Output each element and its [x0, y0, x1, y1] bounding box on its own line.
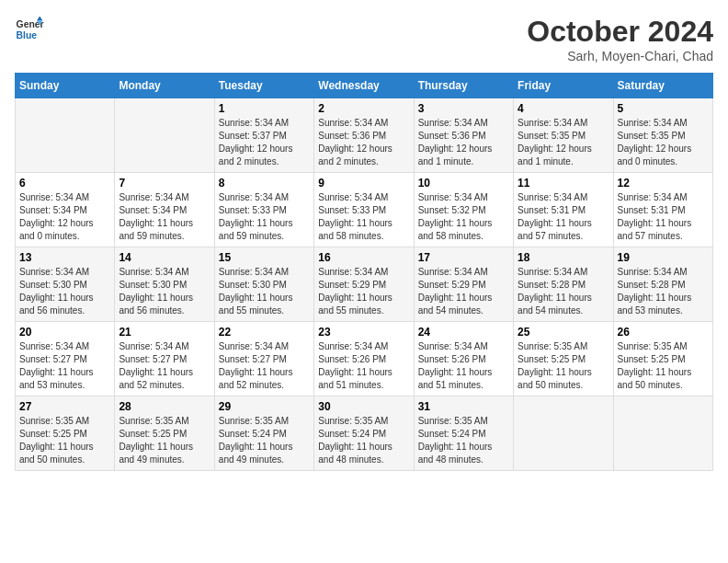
- day-info: Sunrise: 5:34 AM Sunset: 5:33 PM Dayligh…: [318, 191, 409, 243]
- day-number: 23: [318, 326, 409, 339]
- week-row-3: 13Sunrise: 5:34 AM Sunset: 5:30 PM Dayli…: [16, 247, 713, 322]
- day-cell: 15Sunrise: 5:34 AM Sunset: 5:30 PM Dayli…: [214, 247, 313, 322]
- header-row: SundayMondayTuesdayWednesdayThursdayFrid…: [16, 74, 713, 98]
- day-cell: 12Sunrise: 5:34 AM Sunset: 5:31 PM Dayli…: [613, 173, 712, 247]
- day-cell: 7Sunrise: 5:34 AM Sunset: 5:34 PM Daylig…: [115, 173, 214, 247]
- header-tuesday: Tuesday: [214, 74, 313, 98]
- day-number: 11: [518, 177, 609, 190]
- day-info: Sunrise: 5:35 AM Sunset: 5:25 PM Dayligh…: [119, 415, 210, 466]
- header-wednesday: Wednesday: [314, 74, 414, 98]
- day-cell: 29Sunrise: 5:35 AM Sunset: 5:24 PM Dayli…: [214, 396, 313, 471]
- day-cell: 20Sunrise: 5:34 AM Sunset: 5:27 PM Dayli…: [16, 322, 115, 396]
- day-info: Sunrise: 5:34 AM Sunset: 5:30 PM Dayligh…: [219, 266, 310, 317]
- header-thursday: Thursday: [414, 74, 513, 98]
- day-cell: 2Sunrise: 5:34 AM Sunset: 5:36 PM Daylig…: [314, 98, 414, 173]
- day-cell: 10Sunrise: 5:34 AM Sunset: 5:32 PM Dayli…: [414, 173, 513, 247]
- day-number: 29: [219, 400, 310, 413]
- day-number: 1: [219, 102, 310, 115]
- day-number: 25: [518, 326, 609, 339]
- page-header: General Blue October 2024 Sarh, Moyen-Ch…: [15, 15, 713, 63]
- day-number: 8: [219, 177, 310, 190]
- day-info: Sunrise: 5:34 AM Sunset: 5:28 PM Dayligh…: [618, 266, 709, 317]
- day-number: 15: [219, 251, 310, 264]
- day-cell: 18Sunrise: 5:34 AM Sunset: 5:28 PM Dayli…: [514, 247, 613, 322]
- day-number: 10: [418, 177, 509, 190]
- day-number: 31: [418, 400, 509, 413]
- day-number: 26: [618, 326, 709, 339]
- day-info: Sunrise: 5:34 AM Sunset: 5:26 PM Dayligh…: [418, 340, 509, 392]
- day-number: 24: [418, 326, 509, 339]
- day-info: Sunrise: 5:34 AM Sunset: 5:30 PM Dayligh…: [19, 266, 110, 317]
- day-number: 27: [19, 400, 110, 413]
- day-cell: 26Sunrise: 5:35 AM Sunset: 5:25 PM Dayli…: [613, 322, 712, 396]
- day-number: 16: [318, 251, 409, 264]
- day-cell: 8Sunrise: 5:34 AM Sunset: 5:33 PM Daylig…: [214, 173, 313, 247]
- day-cell: 14Sunrise: 5:34 AM Sunset: 5:30 PM Dayli…: [115, 247, 214, 322]
- day-info: Sunrise: 5:34 AM Sunset: 5:27 PM Dayligh…: [19, 340, 110, 392]
- day-info: Sunrise: 5:34 AM Sunset: 5:35 PM Dayligh…: [618, 117, 709, 168]
- day-number: 20: [19, 326, 110, 339]
- day-cell: [16, 98, 115, 173]
- day-info: Sunrise: 5:35 AM Sunset: 5:24 PM Dayligh…: [318, 415, 409, 466]
- day-cell: 3Sunrise: 5:34 AM Sunset: 5:36 PM Daylig…: [414, 98, 513, 173]
- day-info: Sunrise: 5:35 AM Sunset: 5:24 PM Dayligh…: [418, 415, 509, 466]
- day-cell: 19Sunrise: 5:34 AM Sunset: 5:28 PM Dayli…: [613, 247, 712, 322]
- header-sunday: Sunday: [16, 74, 115, 98]
- day-cell: 27Sunrise: 5:35 AM Sunset: 5:25 PM Dayli…: [16, 396, 115, 471]
- logo: General Blue: [15, 15, 44, 44]
- day-info: Sunrise: 5:34 AM Sunset: 5:36 PM Dayligh…: [418, 117, 509, 168]
- day-number: 13: [19, 251, 110, 264]
- day-number: 19: [618, 251, 709, 264]
- title-block: October 2024 Sarh, Moyen-Chari, Chad: [527, 15, 713, 63]
- day-cell: 9Sunrise: 5:34 AM Sunset: 5:33 PM Daylig…: [314, 173, 414, 247]
- week-row-5: 27Sunrise: 5:35 AM Sunset: 5:25 PM Dayli…: [16, 396, 713, 471]
- day-cell: [514, 396, 613, 471]
- svg-text:Blue: Blue: [17, 30, 38, 40]
- day-number: 18: [518, 251, 609, 264]
- day-number: 28: [119, 400, 210, 413]
- day-info: Sunrise: 5:34 AM Sunset: 5:31 PM Dayligh…: [518, 191, 609, 243]
- day-cell: 4Sunrise: 5:34 AM Sunset: 5:35 PM Daylig…: [514, 98, 613, 173]
- location: Sarh, Moyen-Chari, Chad: [527, 49, 713, 63]
- day-number: 3: [418, 102, 509, 115]
- day-number: 9: [318, 177, 409, 190]
- day-info: Sunrise: 5:34 AM Sunset: 5:27 PM Dayligh…: [119, 340, 210, 392]
- day-cell: 22Sunrise: 5:34 AM Sunset: 5:27 PM Dayli…: [214, 322, 313, 396]
- day-info: Sunrise: 5:34 AM Sunset: 5:32 PM Dayligh…: [418, 191, 509, 243]
- day-info: Sunrise: 5:34 AM Sunset: 5:31 PM Dayligh…: [618, 191, 709, 243]
- day-cell: 1Sunrise: 5:34 AM Sunset: 5:37 PM Daylig…: [214, 98, 313, 173]
- day-number: 4: [518, 102, 609, 115]
- day-info: Sunrise: 5:35 AM Sunset: 5:25 PM Dayligh…: [518, 340, 609, 392]
- day-cell: 6Sunrise: 5:34 AM Sunset: 5:34 PM Daylig…: [16, 173, 115, 247]
- day-number: 21: [119, 326, 210, 339]
- header-friday: Friday: [514, 74, 613, 98]
- day-info: Sunrise: 5:34 AM Sunset: 5:27 PM Dayligh…: [219, 340, 310, 392]
- day-number: 22: [219, 326, 310, 339]
- calendar-body: 1Sunrise: 5:34 AM Sunset: 5:37 PM Daylig…: [16, 98, 713, 471]
- svg-marker-2: [37, 17, 42, 21]
- day-cell: 11Sunrise: 5:34 AM Sunset: 5:31 PM Dayli…: [514, 173, 613, 247]
- day-cell: 28Sunrise: 5:35 AM Sunset: 5:25 PM Dayli…: [115, 396, 214, 471]
- day-info: Sunrise: 5:34 AM Sunset: 5:33 PM Dayligh…: [219, 191, 310, 243]
- day-info: Sunrise: 5:34 AM Sunset: 5:35 PM Dayligh…: [518, 117, 609, 168]
- header-saturday: Saturday: [613, 74, 712, 98]
- day-info: Sunrise: 5:34 AM Sunset: 5:26 PM Dayligh…: [318, 340, 409, 392]
- day-info: Sunrise: 5:35 AM Sunset: 5:25 PM Dayligh…: [618, 340, 709, 392]
- header-monday: Monday: [115, 74, 214, 98]
- day-cell: 13Sunrise: 5:34 AM Sunset: 5:30 PM Dayli…: [16, 247, 115, 322]
- day-cell: 17Sunrise: 5:34 AM Sunset: 5:29 PM Dayli…: [414, 247, 513, 322]
- day-number: 7: [119, 177, 210, 190]
- day-cell: 25Sunrise: 5:35 AM Sunset: 5:25 PM Dayli…: [514, 322, 613, 396]
- day-cell: [115, 98, 214, 173]
- day-info: Sunrise: 5:34 AM Sunset: 5:29 PM Dayligh…: [418, 266, 509, 317]
- week-row-4: 20Sunrise: 5:34 AM Sunset: 5:27 PM Dayli…: [16, 322, 713, 396]
- day-info: Sunrise: 5:34 AM Sunset: 5:28 PM Dayligh…: [518, 266, 609, 317]
- day-number: 5: [618, 102, 709, 115]
- calendar-table: SundayMondayTuesdayWednesdayThursdayFrid…: [15, 73, 713, 471]
- day-cell: [613, 396, 712, 471]
- day-number: 30: [318, 400, 409, 413]
- day-cell: 31Sunrise: 5:35 AM Sunset: 5:24 PM Dayli…: [414, 396, 513, 471]
- day-number: 6: [19, 177, 110, 190]
- day-info: Sunrise: 5:34 AM Sunset: 5:29 PM Dayligh…: [318, 266, 409, 317]
- day-info: Sunrise: 5:34 AM Sunset: 5:34 PM Dayligh…: [19, 191, 110, 243]
